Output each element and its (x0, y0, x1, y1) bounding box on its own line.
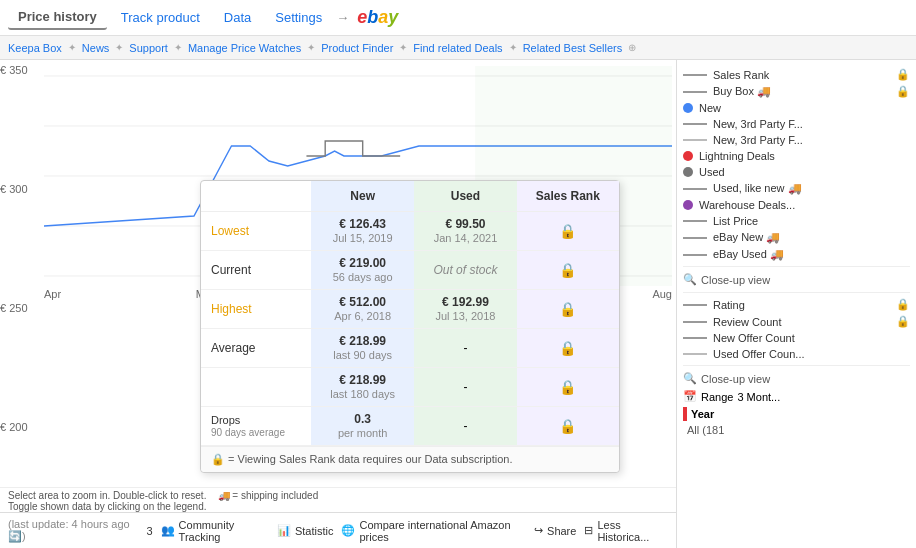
legend-buy-box[interactable]: Buy Box 🚚 🔒 (683, 83, 910, 100)
sub-nav: Keepa Box ✦ News ✦ Support ✦ Manage Pric… (0, 36, 916, 60)
tooltip-table: New Used Sales Rank Lowest € 126.43Jul 1… (201, 181, 619, 446)
range-value: 3 Mont... (737, 391, 780, 403)
legend-new-offer-count[interactable]: New Offer Count (683, 330, 910, 346)
legend-line-ebaynew (683, 237, 707, 239)
average-label: Average (201, 329, 311, 368)
lowest-salesrank: 🔒 (517, 212, 619, 251)
tab-settings[interactable]: Settings (265, 6, 332, 29)
search-icon-2: 🔍 (683, 372, 697, 385)
legend-line-reviewcount (683, 321, 707, 323)
current-salesrank: 🔒 (517, 251, 619, 290)
close-up-view-1[interactable]: 🔍 Close-up view (683, 270, 910, 289)
lock-icon: 🔒 (896, 85, 910, 98)
nav-arrow: → (336, 10, 349, 25)
price-tooltip: New Used Sales Rank Lowest € 126.43Jul 1… (200, 180, 620, 473)
legend-new-3p-fbm[interactable]: New, 3rd Party F... (683, 132, 910, 148)
average-180-label (201, 368, 311, 407)
all-label: All (181 (683, 423, 910, 437)
legend-line-new3pfba (683, 123, 707, 125)
drops-salesrank: 🔒 (517, 407, 619, 446)
chart-hints: Select area to zoom in. Double-click to … (8, 490, 668, 512)
col-header-salesrank: Sales Rank (517, 181, 619, 212)
last-update-text: (last update: 4 hours ago 🔄) (8, 518, 138, 543)
legend-list-price[interactable]: List Price (683, 213, 910, 229)
divider (683, 292, 910, 293)
subnav-find-deals[interactable]: Find related Deals (413, 42, 502, 54)
drops-new: 0.3per month (311, 407, 414, 446)
average-salesrank-180: 🔒 (517, 368, 619, 407)
legend-sales-rank[interactable]: Sales Rank 🔒 (683, 66, 910, 83)
tooltip-footer: 🔒 = Viewing Sales Rank data requires our… (201, 446, 619, 472)
legend-line-new3pfbm (683, 139, 707, 141)
legend-line-usedlikenew (683, 188, 707, 190)
year-all-section: Year (683, 405, 910, 423)
legend-dot-new (683, 103, 693, 113)
legend-warehouse[interactable]: Warehouse Deals... (683, 197, 910, 213)
lowest-label: Lowest (211, 224, 249, 238)
table-row: Highest € 512.00Apr 6, 2018 € 192.99Jul … (201, 290, 619, 329)
subnav-support[interactable]: Support (129, 42, 168, 54)
tab-data[interactable]: Data (214, 6, 261, 29)
legend-rating[interactable]: Rating 🔒 (683, 296, 910, 313)
main-content: € 350 € 300 € 250 € 200 (0, 60, 916, 548)
subnav-product-finder[interactable]: Product Finder (321, 42, 393, 54)
subnav-best-sellers[interactable]: Related Best Sellers (523, 42, 623, 54)
subnav-news[interactable]: News (82, 42, 110, 54)
average-new-90: € 218.99last 90 days (311, 329, 414, 368)
ebay-logo: ebay (357, 7, 398, 28)
y-label-350: € 350 (0, 64, 40, 76)
legend-ebay-new[interactable]: eBay New 🚚 (683, 229, 910, 246)
lock-icon: 🔒 (896, 68, 910, 81)
current-label: Current (201, 251, 311, 290)
legend-ebay-used[interactable]: eBay Used 🚚 (683, 246, 910, 263)
range-section: 📅 Range 3 Mont... (683, 388, 910, 405)
calendar-icon: 📅 (683, 390, 697, 403)
subnav-manage-watches[interactable]: Manage Price Watches (188, 42, 301, 54)
compare-prices-button[interactable]: 🌐 Compare international Amazon prices (341, 519, 526, 543)
highest-new: € 512.00Apr 6, 2018 (311, 290, 414, 329)
tab-price-history[interactable]: Price history (8, 5, 107, 30)
legend-review-count[interactable]: Review Count 🔒 (683, 313, 910, 330)
lock-icon: 🔒 (896, 298, 910, 311)
current-new: € 219.0056 days ago (311, 251, 414, 290)
average-new-180: € 218.99last 180 days (311, 368, 414, 407)
less-historical-button[interactable]: ⊟ Less Historica... (584, 519, 668, 543)
table-row: Lowest € 126.43Jul 15, 2019 € 99.50Jan 1… (201, 212, 619, 251)
lowest-new: € 126.43Jul 15, 2019 (311, 212, 414, 251)
legend-line-salesrank (683, 74, 707, 76)
legend-used[interactable]: Used (683, 164, 910, 180)
year-bar-indicator (683, 407, 687, 421)
legend-used-like-new[interactable]: Used, like new 🚚 (683, 180, 910, 197)
legend-new[interactable]: New (683, 100, 910, 116)
bottom-actions-bar: (last update: 4 hours ago 🔄) 3 👥 Communi… (0, 512, 676, 548)
lowest-used: € 99.50Jan 14, 2021 (414, 212, 516, 251)
statistic-button[interactable]: 📊 Statistic (277, 524, 334, 537)
highest-salesrank: 🔒 (517, 290, 619, 329)
drops-label: Drops90 days average (201, 407, 311, 446)
search-icon: 🔍 (683, 273, 697, 286)
y-label-300: € 300 (0, 183, 40, 195)
current-used: Out of stock (414, 251, 516, 290)
divider (683, 266, 910, 267)
divider (683, 365, 910, 366)
share-button[interactable]: ↪ Share (534, 524, 576, 537)
legend-used-offer-count[interactable]: Used Offer Coun... (683, 346, 910, 362)
legend-line-buybox (683, 91, 707, 93)
close-up-view-2[interactable]: 🔍 Close-up view (683, 369, 910, 388)
highest-label: Highest (211, 302, 252, 316)
legend-lightning-deals[interactable]: Lightning Deals (683, 148, 910, 164)
community-tracking-button[interactable]: 👥 Community Tracking (161, 519, 269, 543)
col-header-used: Used (414, 181, 516, 212)
table-row: Average € 218.99last 90 days - 🔒 (201, 329, 619, 368)
legend-line-newoffercount (683, 337, 707, 339)
x-label-apr: Apr (44, 288, 61, 300)
average-used-180: - (414, 368, 516, 407)
legend-dot-lightning (683, 151, 693, 161)
lock-icon: 🔒 (896, 315, 910, 328)
year-label: Year (691, 408, 714, 420)
col-header-label (201, 181, 311, 212)
subnav-keepabox[interactable]: Keepa Box (8, 42, 62, 54)
legend-new-3p-fba[interactable]: New, 3rd Party F... (683, 116, 910, 132)
highest-used: € 192.99Jul 13, 2018 (414, 290, 516, 329)
tab-track-product[interactable]: Track product (111, 6, 210, 29)
